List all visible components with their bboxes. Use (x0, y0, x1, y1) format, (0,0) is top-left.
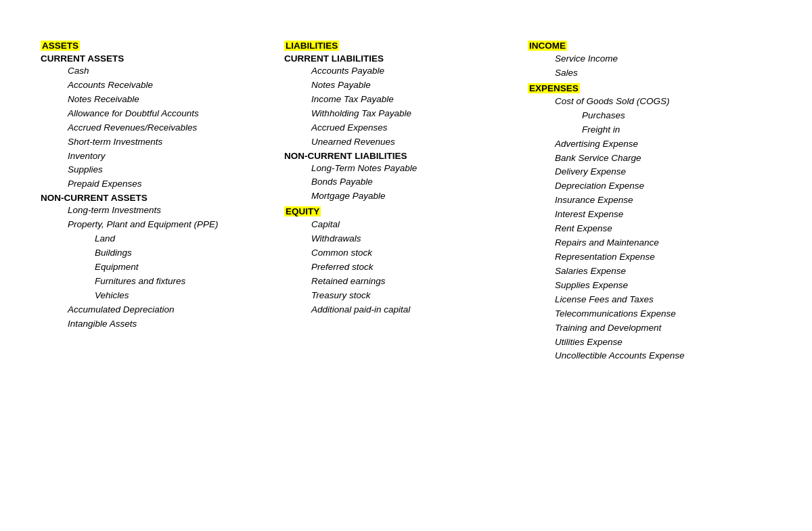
income-header-wrapper: INCOME (528, 41, 765, 52)
current-assets-header: CURRENT ASSETS (41, 53, 277, 64)
list-item: Accounts Payable (311, 64, 521, 78)
list-item: Property, Plant and Equipment (PPE) (68, 218, 277, 232)
list-item: Accrued Revenues/Receivables (68, 121, 277, 135)
expenses-list: Cost of Goods Sold (COGS) Purchases Frei… (528, 95, 765, 364)
noncurrent-assets-list: Long-term Investments Property, Plant an… (41, 204, 277, 331)
list-item: Uncollectible Accounts Expense (555, 349, 765, 363)
list-item: Representation Expense (555, 250, 765, 264)
cogs-sub-list: Purchases Freight in (555, 109, 765, 137)
current-assets-list: Cash Accounts Receivable Notes Receivabl… (41, 64, 277, 191)
list-item: Equipment (95, 260, 277, 275)
current-liabilities-header: CURRENT LIABILITIES (284, 53, 521, 64)
equity-list: Capital Withdrawals Common stock Preferr… (284, 218, 521, 317)
noncurrent-liabilities-header: NON-CURRENT LIABILITIES (284, 151, 521, 161)
list-item: Long-Term Notes Payable (311, 162, 521, 176)
current-liabilities-list: Accounts Payable Notes Payable Income Ta… (284, 64, 521, 149)
list-item: Vehicles (95, 289, 277, 303)
list-item: Allowance for Doubtful Accounts (68, 107, 277, 121)
assets-column: ASSETS CURRENT ASSETS Cash Accounts Rece… (41, 41, 284, 331)
income-list: Service Income Sales (528, 52, 765, 80)
list-item: Inventory (68, 149, 277, 164)
income-expenses-column: INCOME Service Income Sales EXPENSES Cos… (528, 41, 771, 363)
list-item: Freight in (582, 123, 765, 137)
list-item: Telecommunications Expense (555, 307, 765, 321)
list-item: Interest Expense (555, 208, 765, 222)
list-item: Sales (555, 66, 765, 80)
assets-header: ASSETS (41, 41, 277, 52)
list-item: Accounts Receivable (68, 78, 277, 93)
list-item: Preferred stock (311, 260, 521, 275)
list-item: Depreciation Expense (555, 179, 765, 193)
list-item: Withholding Tax Payable (311, 107, 521, 121)
list-item: Furnitures and fixtures (95, 275, 277, 289)
list-item: Treasury stock (311, 289, 521, 303)
list-item: Retained earnings (311, 275, 521, 289)
list-item: Mortgage Payable (311, 189, 521, 204)
list-item: Notes Payable (311, 78, 521, 93)
liabilities-column: LIABILITIES CURRENT LIABILITIES Accounts… (284, 41, 528, 317)
list-item: Accrued Expenses (311, 121, 521, 135)
list-item: Supplies (68, 163, 277, 177)
list-item: Delivery Expense (555, 165, 765, 179)
list-item: Bank Service Charge (555, 152, 765, 166)
liabilities-header: LIABILITIES (284, 41, 521, 52)
list-item: Capital (311, 218, 521, 232)
ppe-list: Land Buildings Equipment Furnitures and … (68, 232, 277, 303)
list-item: Unearned Revenues (311, 135, 521, 149)
list-item: Withdrawals (311, 232, 521, 246)
list-item: Land (95, 232, 277, 246)
list-item: Cash (68, 64, 277, 78)
list-item: Long-term Investments (68, 204, 277, 218)
list-item: Intangible Assets (68, 317, 277, 331)
list-item: Training and Development (555, 321, 765, 336)
list-item: Supplies Expense (555, 279, 765, 293)
list-item: Short-term Investments (68, 135, 277, 149)
noncurrent-assets-header: NON-CURRENT ASSETS (41, 193, 277, 203)
list-item: Notes Receivable (68, 93, 277, 107)
list-item: Utilities Expense (555, 336, 765, 350)
list-item: Accumulated Depreciation (68, 303, 277, 317)
list-item: Rent Expense (555, 222, 765, 236)
list-item: Common stock (311, 246, 521, 260)
list-item: Purchases (582, 109, 765, 123)
list-item: Income Tax Payable (311, 93, 521, 107)
list-item: Additional paid-in capital (311, 303, 521, 317)
list-item: License Fees and Taxes (555, 293, 765, 307)
list-item: Prepaid Expenses (68, 177, 277, 191)
list-item: Advertising Expense (555, 137, 765, 152)
noncurrent-liabilities-list: Long-Term Notes Payable Bonds Payable Mo… (284, 162, 521, 204)
list-item: Repairs and Maintenance (555, 236, 765, 250)
list-item: Salaries Expense (555, 264, 765, 279)
list-item: Insurance Expense (555, 193, 765, 208)
list-item: Buildings (95, 246, 277, 260)
list-item: Service Income (555, 52, 765, 66)
equity-header-wrapper: EQUITY (284, 206, 521, 218)
list-item: Cost of Goods Sold (COGS) (555, 95, 765, 109)
list-item: Bonds Payable (311, 175, 521, 189)
expenses-header-wrapper: EXPENSES (528, 83, 765, 95)
